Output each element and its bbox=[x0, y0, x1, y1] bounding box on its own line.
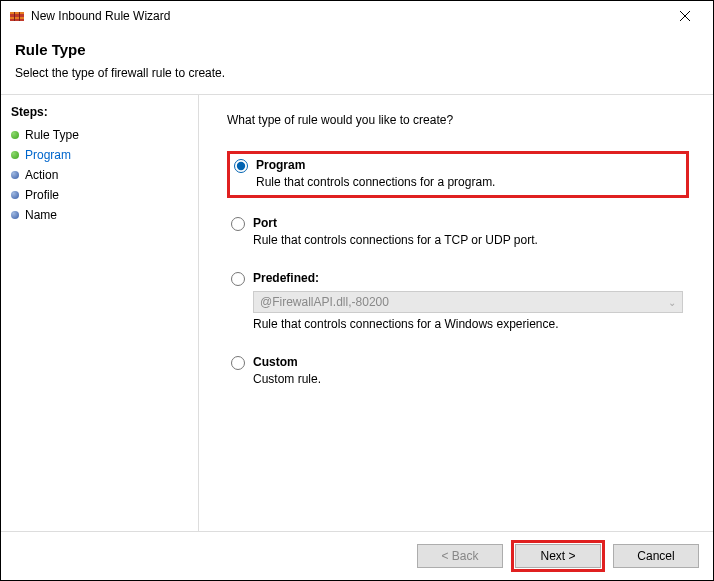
radio-predefined[interactable] bbox=[231, 272, 245, 286]
option-program[interactable]: Program Rule that controls connections f… bbox=[227, 151, 689, 198]
dropdown-value: @FirewallAPI.dll,-80200 bbox=[260, 295, 389, 309]
step-label: Rule Type bbox=[25, 128, 79, 142]
option-label: Program bbox=[256, 158, 680, 172]
cancel-button[interactable]: Cancel bbox=[613, 544, 699, 568]
step-label: Action bbox=[25, 168, 58, 182]
option-label: Custom bbox=[253, 355, 683, 369]
prompt-text: What type of rule would you like to crea… bbox=[227, 113, 689, 127]
next-highlight: Next > bbox=[511, 540, 605, 572]
svg-rect-1 bbox=[10, 12, 24, 14]
steps-title: Steps: bbox=[9, 105, 190, 119]
step-action[interactable]: Action bbox=[9, 165, 190, 185]
body: Steps: Rule Type Program Action Profile bbox=[1, 94, 713, 532]
window-title: New Inbound Rule Wizard bbox=[31, 9, 665, 23]
footer: < Back Next > Cancel bbox=[1, 532, 713, 580]
svg-rect-2 bbox=[10, 17, 24, 19]
step-bullet-icon bbox=[11, 191, 19, 199]
step-program[interactable]: Program bbox=[9, 145, 190, 165]
steps-sidebar: Steps: Rule Type Program Action Profile bbox=[1, 95, 199, 531]
step-name[interactable]: Name bbox=[9, 205, 190, 225]
radio-port[interactable] bbox=[231, 217, 245, 231]
step-rule-type[interactable]: Rule Type bbox=[9, 125, 190, 145]
option-label: Predefined: bbox=[253, 271, 683, 285]
radio-custom[interactable] bbox=[231, 356, 245, 370]
step-label: Name bbox=[25, 208, 57, 222]
option-desc: Rule that controls connections for a TCP… bbox=[253, 233, 683, 247]
option-desc: Custom rule. bbox=[253, 372, 683, 386]
step-bullet-icon bbox=[11, 131, 19, 139]
page-heading: Rule Type bbox=[15, 41, 699, 58]
content-area: What type of rule would you like to crea… bbox=[199, 95, 713, 531]
step-bullet-icon bbox=[11, 171, 19, 179]
firewall-icon bbox=[9, 8, 25, 24]
option-predefined[interactable]: Predefined: @FirewallAPI.dll,-80200 ⌄ Ru… bbox=[227, 267, 689, 337]
option-custom[interactable]: Custom Custom rule. bbox=[227, 351, 689, 392]
titlebar: New Inbound Rule Wizard bbox=[1, 1, 713, 31]
svg-rect-4 bbox=[19, 12, 20, 21]
predefined-dropdown: @FirewallAPI.dll,-80200 ⌄ bbox=[253, 291, 683, 313]
step-bullet-icon bbox=[11, 151, 19, 159]
page-subtitle: Select the type of firewall rule to crea… bbox=[15, 66, 699, 80]
radio-program[interactable] bbox=[234, 159, 248, 173]
option-desc: Rule that controls connections for a pro… bbox=[256, 175, 680, 189]
step-label: Profile bbox=[25, 188, 59, 202]
page-header: Rule Type Select the type of firewall ru… bbox=[1, 31, 713, 94]
close-button[interactable] bbox=[665, 2, 705, 30]
step-profile[interactable]: Profile bbox=[9, 185, 190, 205]
option-port[interactable]: Port Rule that controls connections for … bbox=[227, 212, 689, 253]
option-desc: Rule that controls connections for a Win… bbox=[253, 317, 683, 331]
svg-rect-3 bbox=[14, 12, 15, 21]
option-label: Port bbox=[253, 216, 683, 230]
wizard-window: New Inbound Rule Wizard Rule Type Select… bbox=[0, 0, 714, 581]
next-button[interactable]: Next > bbox=[515, 544, 601, 568]
back-button: < Back bbox=[417, 544, 503, 568]
chevron-down-icon: ⌄ bbox=[668, 297, 676, 308]
step-bullet-icon bbox=[11, 211, 19, 219]
step-label: Program bbox=[25, 148, 71, 162]
